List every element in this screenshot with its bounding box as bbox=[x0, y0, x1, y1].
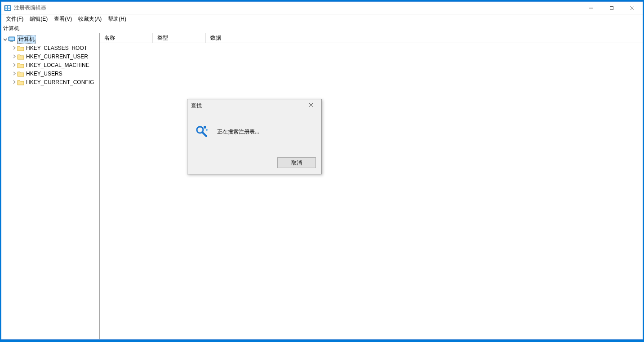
expand-icon[interactable] bbox=[2, 37, 8, 41]
addressbar[interactable]: 计算机 bbox=[1, 24, 643, 33]
expand-icon[interactable] bbox=[11, 63, 17, 67]
window-controls bbox=[581, 2, 643, 14]
registry-editor-window: 注册表编辑器 文件(F) 编辑(E) 查看(V) 收藏夹(A) 帮助(H) 计算… bbox=[1, 1, 643, 340]
svg-point-16 bbox=[204, 126, 206, 129]
tree-node-label: HKEY_LOCAL_MACHINE bbox=[26, 62, 89, 68]
folder-icon bbox=[17, 62, 24, 68]
list-pane: 名称 类型 数据 bbox=[100, 33, 643, 339]
titlebar: 注册表编辑器 bbox=[1, 2, 643, 14]
expand-icon[interactable] bbox=[11, 71, 17, 76]
folder-icon bbox=[17, 79, 24, 85]
folder-icon bbox=[17, 71, 24, 77]
expand-icon[interactable] bbox=[11, 54, 17, 58]
svg-rect-10 bbox=[9, 37, 14, 40]
menubar: 文件(F) 编辑(E) 查看(V) 收藏夹(A) 帮助(H) bbox=[1, 14, 643, 24]
tree-root-label: 计算机 bbox=[17, 35, 36, 44]
maximize-button[interactable] bbox=[601, 2, 622, 14]
list-header: 名称 类型 数据 bbox=[100, 33, 643, 43]
tree-node-hkcc[interactable]: HKEY_CURRENT_CONFIG bbox=[9, 78, 99, 86]
svg-rect-11 bbox=[10, 41, 13, 42]
tree-node-label: HKEY_CURRENT_USER bbox=[26, 53, 88, 60]
tree-root[interactable]: 计算机 bbox=[1, 35, 99, 44]
menu-view[interactable]: 查看(V) bbox=[54, 15, 72, 23]
tree-node-hkcu[interactable]: HKEY_CURRENT_USER bbox=[9, 52, 99, 61]
col-header-type[interactable]: 类型 bbox=[153, 33, 206, 43]
search-animation-icon bbox=[195, 124, 209, 139]
menu-edit[interactable]: 编辑(E) bbox=[30, 15, 48, 23]
expand-icon[interactable] bbox=[11, 80, 17, 84]
folder-icon bbox=[17, 45, 24, 51]
dialog-close-button[interactable] bbox=[304, 102, 318, 109]
svg-rect-3 bbox=[5, 9, 7, 10]
tree-node-hku[interactable]: HKEY_USERS bbox=[9, 69, 99, 78]
minimize-button[interactable] bbox=[581, 2, 601, 14]
svg-rect-0 bbox=[4, 5, 11, 11]
expand-icon[interactable] bbox=[11, 46, 17, 50]
svg-line-15 bbox=[202, 132, 206, 136]
tree-node-label: HKEY_USERS bbox=[26, 71, 62, 77]
menu-help[interactable]: 帮助(H) bbox=[108, 15, 126, 23]
folder-icon bbox=[17, 53, 24, 60]
tree-pane[interactable]: 计算机 HKEY_CLASSES_ROOT HKEY_CURRENT_USER bbox=[1, 33, 100, 339]
svg-rect-4 bbox=[8, 9, 10, 10]
dialog-title: 查找 bbox=[191, 102, 304, 110]
svg-rect-6 bbox=[610, 6, 613, 9]
address-path: 计算机 bbox=[3, 25, 19, 32]
svg-rect-1 bbox=[5, 6, 7, 8]
regedit-icon bbox=[4, 4, 11, 12]
dialog-body: 正在搜索注册表... bbox=[187, 112, 321, 151]
list-body[interactable] bbox=[100, 43, 643, 339]
tree-node-label: HKEY_CLASSES_ROOT bbox=[26, 45, 87, 51]
cancel-button[interactable]: 取消 bbox=[277, 157, 316, 168]
main-area: 计算机 HKEY_CLASSES_ROOT HKEY_CURRENT_USER bbox=[1, 33, 643, 339]
col-header-data[interactable]: 数据 bbox=[206, 33, 335, 43]
tree-node-label: HKEY_CURRENT_CONFIG bbox=[26, 79, 94, 85]
window-title: 注册表编辑器 bbox=[14, 4, 46, 12]
tree-node-hkcr[interactable]: HKEY_CLASSES_ROOT bbox=[9, 44, 99, 52]
dialog-footer: 取消 bbox=[187, 151, 321, 174]
svg-rect-2 bbox=[8, 6, 10, 8]
tree-node-hklm[interactable]: HKEY_LOCAL_MACHINE bbox=[9, 61, 99, 69]
menu-favorites[interactable]: 收藏夹(A) bbox=[78, 15, 102, 23]
col-header-name[interactable]: 名称 bbox=[100, 33, 153, 43]
dialog-status-text: 正在搜索注册表... bbox=[217, 128, 259, 136]
dialog-titlebar[interactable]: 查找 bbox=[187, 99, 321, 112]
computer-icon bbox=[8, 36, 15, 43]
close-button[interactable] bbox=[622, 2, 643, 14]
svg-point-17 bbox=[206, 129, 208, 131]
menu-file[interactable]: 文件(F) bbox=[6, 15, 23, 23]
find-dialog: 查找 正在搜索注册表... 取消 bbox=[187, 99, 322, 174]
